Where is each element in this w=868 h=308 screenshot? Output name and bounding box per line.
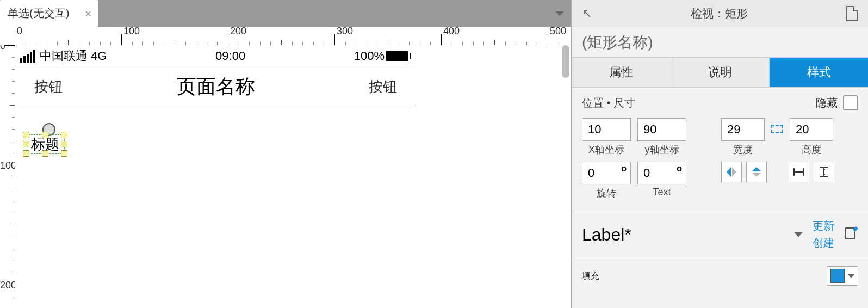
ruler-label: 300 (337, 27, 353, 37)
radio-icon (42, 123, 55, 136)
width-label: 宽度 (733, 143, 753, 156)
color-swatch (830, 269, 845, 283)
style-dropdown-icon[interactable] (794, 232, 803, 237)
hide-label: 隐藏 (816, 96, 838, 110)
ruler-horizontal-container: 0100200300400500 (0, 27, 571, 45)
signal-icon (20, 50, 35, 63)
fit-width-icon[interactable] (789, 162, 809, 182)
x-input[interactable] (582, 118, 631, 141)
svg-marker-12 (822, 168, 826, 170)
tab-style[interactable]: 样式 (770, 58, 868, 87)
aspect-lock-icon[interactable] (771, 125, 783, 133)
resize-handle[interactable] (42, 150, 48, 157)
ruler-label: 200 (230, 27, 246, 37)
nav-bar: 按钮 页面名称 按钮 (15, 67, 417, 106)
fit-height-icon[interactable] (814, 162, 834, 182)
ruler-label: 400 (443, 27, 460, 37)
flip-vertical-icon[interactable] (746, 162, 767, 182)
rotation-label: 旋转 (597, 187, 616, 200)
nav-title: 页面名称 (177, 73, 255, 100)
scrollbar-vertical[interactable] (562, 45, 569, 78)
style-label: Label* (582, 225, 631, 245)
resize-handle[interactable] (23, 132, 29, 138)
phone-frame: 中国联通 4G 09:00 100% 按钮 页面名称 按钮 (15, 45, 417, 106)
svg-marker-0 (727, 167, 731, 177)
inspector-tabs: 属性 说明 样式 (572, 57, 868, 88)
inspector-panel: ↖ 检视：矩形 (矩形名称) 属性 说明 样式 位置 • 尺寸 隐藏 X轴坐标 (571, 0, 868, 308)
time-label: 09:00 (215, 49, 245, 63)
degree-icon: o (621, 164, 627, 174)
fill-label: 填充 (582, 270, 599, 282)
close-icon[interactable]: × (85, 7, 91, 20)
carrier-label: 中国联通 4G (40, 48, 107, 64)
section-title: 位置 • 尺寸 (582, 96, 635, 110)
shape-name-field[interactable]: (矩形名称) (572, 27, 868, 57)
canvas[interactable]: 中国联通 4G 09:00 100% 按钮 页面名称 按钮 (15, 45, 571, 308)
tab-notes[interactable]: 说明 (671, 58, 770, 87)
nav-left-button[interactable]: 按钮 (34, 77, 63, 96)
degree-icon: o (677, 164, 682, 174)
tab-bar: 单选(无交互) × (0, 0, 571, 27)
hide-checkbox[interactable] (843, 95, 858, 110)
resize-handle[interactable] (23, 141, 29, 147)
fill-color-picker[interactable] (827, 266, 858, 286)
inspector-header: ↖ 检视：矩形 (572, 0, 868, 27)
ruler-corner (0, 27, 15, 45)
height-label: 高度 (802, 143, 821, 156)
svg-marker-8 (801, 170, 803, 174)
ruler-vertical[interactable]: 0100200 (0, 45, 15, 308)
tab-properties[interactable]: 属性 (572, 58, 671, 87)
battery-icon (386, 51, 408, 61)
text-rotation-label: Text (653, 187, 671, 198)
edit-style-icon[interactable] (844, 226, 858, 243)
width-input[interactable] (721, 118, 765, 141)
x-label: X轴坐标 (588, 143, 624, 156)
svg-marker-13 (822, 174, 826, 176)
page-tab[interactable]: 单选(无交互) × (0, 0, 98, 27)
resize-handle[interactable] (23, 150, 29, 157)
svg-marker-3 (752, 173, 761, 177)
create-link[interactable]: 创建 (813, 236, 834, 250)
flip-horizontal-icon[interactable] (721, 162, 742, 182)
status-bar: 中国联通 4G 09:00 100% (15, 45, 417, 67)
y-input[interactable] (637, 118, 686, 141)
fill-section: 填充 (572, 258, 868, 293)
collapse-icon[interactable]: ↖ (582, 7, 592, 21)
chevron-down-icon (848, 274, 854, 278)
ruler-label: 0 (17, 27, 22, 37)
nav-right-button[interactable]: 按钮 (369, 77, 397, 96)
svg-marker-2 (752, 167, 761, 171)
svg-marker-7 (795, 170, 797, 174)
page-icon[interactable] (846, 6, 858, 21)
y-label: y轴坐标 (645, 143, 679, 156)
battery-indicator: 100% (354, 49, 411, 63)
inspector-title: 检视：矩形 (691, 6, 748, 21)
svg-marker-1 (732, 167, 736, 177)
position-size-section: 位置 • 尺寸 隐藏 X轴坐标 y轴坐标 宽度 (572, 88, 868, 211)
ruler-label: 100 (123, 27, 140, 37)
resize-handle[interactable] (61, 150, 67, 157)
radio-widget[interactable] (31, 123, 67, 138)
tab-label: 单选(无交互) (8, 6, 69, 21)
tab-dropdown-icon[interactable] (555, 11, 564, 16)
resize-handle[interactable] (61, 141, 67, 147)
ruler-label: 0 (0, 45, 5, 52)
height-input[interactable] (790, 118, 833, 141)
ruler-label: 200 (0, 280, 15, 291)
ruler-label: 100 (0, 160, 15, 171)
update-link[interactable]: 更新 (813, 219, 834, 233)
battery-percent: 100% (354, 49, 385, 63)
ruler-horizontal[interactable]: 0100200300400500 (15, 27, 571, 45)
label-style-section: Label* 更新 创建 (572, 211, 868, 258)
ruler-label: 500 (550, 27, 566, 37)
